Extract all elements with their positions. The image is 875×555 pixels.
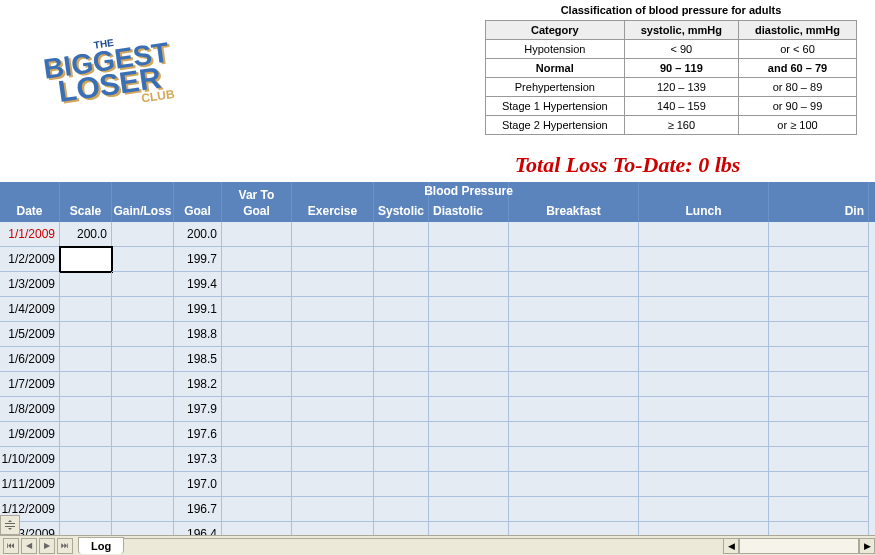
cell-systolic[interactable] [374, 372, 429, 397]
cell-dinner[interactable] [769, 297, 869, 322]
cell-date[interactable]: 1/1/2009 [0, 222, 60, 247]
cell-lunch[interactable] [639, 472, 769, 497]
cell-scale[interactable] [60, 472, 112, 497]
cell-var[interactable] [222, 322, 292, 347]
cell-lunch[interactable] [639, 497, 769, 522]
cell-exercise[interactable] [292, 222, 374, 247]
cell-lunch[interactable] [639, 222, 769, 247]
scroll-right-icon[interactable]: ▶ [859, 538, 875, 554]
cell-diastolic[interactable] [429, 322, 509, 347]
cell-breakfast[interactable] [509, 422, 639, 447]
cell-breakfast[interactable] [509, 322, 639, 347]
cell-var[interactable] [222, 497, 292, 522]
cell-scale[interactable] [60, 447, 112, 472]
cell-systolic[interactable] [374, 297, 429, 322]
tab-nav-prev-icon[interactable]: ◀ [21, 538, 37, 554]
cell-systolic[interactable] [374, 222, 429, 247]
cell-diastolic[interactable] [429, 447, 509, 472]
cell-diastolic[interactable] [429, 422, 509, 447]
cell-date[interactable]: 1/6/2009 [0, 347, 60, 372]
cell-date[interactable]: 1/8/2009 [0, 397, 60, 422]
cell-diastolic[interactable] [429, 472, 509, 497]
cell-breakfast[interactable] [509, 272, 639, 297]
cell-dinner[interactable] [769, 222, 869, 247]
tab-nav-last-icon[interactable]: ⏭ [57, 538, 73, 554]
cell-systolic[interactable] [374, 397, 429, 422]
cell-exercise[interactable] [292, 272, 374, 297]
tab-log[interactable]: Log [78, 537, 124, 554]
col-header-systolic[interactable]: Systolic [374, 182, 429, 222]
cell-diastolic[interactable] [429, 247, 509, 272]
cell-gainloss[interactable] [112, 322, 174, 347]
cell-scale[interactable] [60, 372, 112, 397]
cell-var[interactable] [222, 272, 292, 297]
cell-gainloss[interactable] [112, 222, 174, 247]
cell-lunch[interactable] [639, 322, 769, 347]
cell-dinner[interactable] [769, 322, 869, 347]
cell-exercise[interactable] [292, 422, 374, 447]
scroll-track[interactable] [739, 538, 859, 554]
cell-gainloss[interactable] [112, 497, 174, 522]
cell-gainloss[interactable] [112, 422, 174, 447]
cell-diastolic[interactable] [429, 297, 509, 322]
col-header-date[interactable]: Date [0, 182, 60, 222]
cell-gainloss[interactable] [112, 297, 174, 322]
cell-scale[interactable] [60, 497, 112, 522]
cell-breakfast[interactable] [509, 372, 639, 397]
cell-lunch[interactable] [639, 422, 769, 447]
cell-lunch[interactable] [639, 272, 769, 297]
col-header-dinner[interactable]: Din [769, 182, 869, 222]
col-header-gainloss[interactable]: Gain/Loss [112, 182, 174, 222]
cell-breakfast[interactable] [509, 297, 639, 322]
cell-var[interactable] [222, 372, 292, 397]
cell-exercise[interactable] [292, 297, 374, 322]
cell-date[interactable]: 1/7/2009 [0, 372, 60, 397]
cell-breakfast[interactable] [509, 397, 639, 422]
cell-systolic[interactable] [374, 472, 429, 497]
cell-breakfast[interactable] [509, 347, 639, 372]
cell-diastolic[interactable] [429, 372, 509, 397]
row-splitter-icon[interactable] [0, 515, 20, 535]
cell-exercise[interactable] [292, 347, 374, 372]
cell-date[interactable]: 1/3/2009 [0, 272, 60, 297]
cell-dinner[interactable] [769, 497, 869, 522]
col-header-var-to-goal[interactable]: Var ToGoal [222, 182, 292, 222]
cell-gainloss[interactable] [112, 347, 174, 372]
cell-var[interactable] [222, 422, 292, 447]
scroll-left-icon[interactable]: ◀ [723, 538, 739, 554]
cell-gainloss[interactable] [112, 272, 174, 297]
cell-gainloss[interactable] [112, 397, 174, 422]
cell-lunch[interactable] [639, 347, 769, 372]
cell-goal[interactable]: 197.3 [174, 447, 222, 472]
col-header-breakfast[interactable]: Breakfast [509, 182, 639, 222]
cell-exercise[interactable] [292, 397, 374, 422]
cell-var[interactable] [222, 447, 292, 472]
cell-var[interactable] [222, 297, 292, 322]
cell-scale[interactable] [60, 322, 112, 347]
cell-scale[interactable] [60, 297, 112, 322]
cell-scale[interactable] [60, 247, 112, 272]
cell-exercise[interactable] [292, 372, 374, 397]
cell-exercise[interactable] [292, 247, 374, 272]
cell-breakfast[interactable] [509, 472, 639, 497]
cell-gainloss[interactable] [112, 372, 174, 397]
cell-date[interactable]: 1/2/2009 [0, 247, 60, 272]
cell-systolic[interactable] [374, 447, 429, 472]
cell-systolic[interactable] [374, 247, 429, 272]
cell-exercise[interactable] [292, 497, 374, 522]
cell-goal[interactable]: 199.4 [174, 272, 222, 297]
cell-systolic[interactable] [374, 497, 429, 522]
col-header-exercise[interactable]: Exercise [292, 182, 374, 222]
cell-goal[interactable]: 197.9 [174, 397, 222, 422]
cell-dinner[interactable] [769, 272, 869, 297]
cell-exercise[interactable] [292, 447, 374, 472]
cell-var[interactable] [222, 247, 292, 272]
tab-nav-first-icon[interactable]: ⏮ [3, 538, 19, 554]
cell-systolic[interactable] [374, 422, 429, 447]
cell-systolic[interactable] [374, 347, 429, 372]
cell-lunch[interactable] [639, 372, 769, 397]
cell-breakfast[interactable] [509, 447, 639, 472]
cell-dinner[interactable] [769, 422, 869, 447]
cell-exercise[interactable] [292, 322, 374, 347]
cell-date[interactable]: 1/4/2009 [0, 297, 60, 322]
